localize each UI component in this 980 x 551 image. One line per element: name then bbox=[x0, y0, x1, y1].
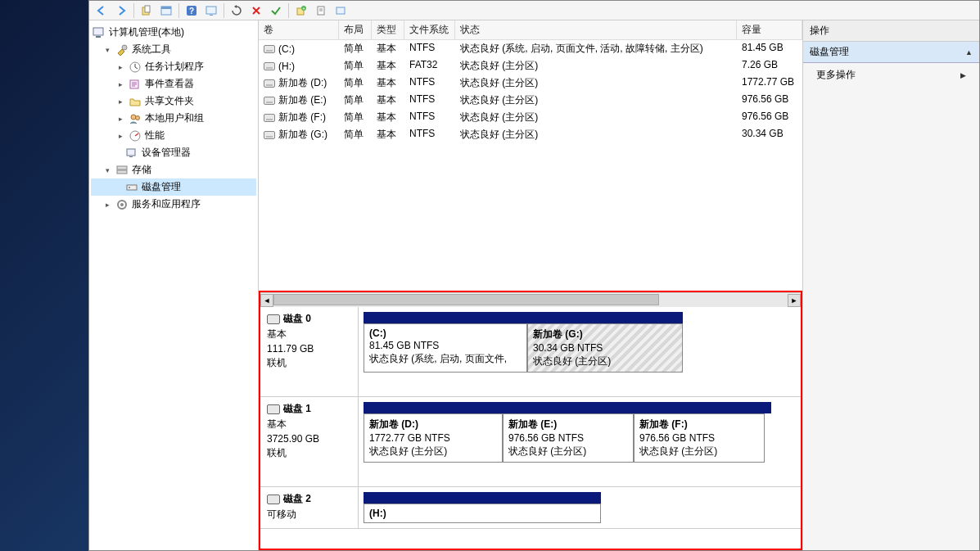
tools-icon bbox=[115, 43, 129, 56]
disk-1-state: 联机 bbox=[267, 446, 351, 460]
volume-row[interactable]: 新加卷 (F:)简单基本NTFS状态良好 (主分区)976.56 GB bbox=[259, 109, 802, 126]
drive-icon bbox=[264, 62, 275, 70]
navigation-tree[interactable]: 计算机管理(本地) ▾ 系统工具 ▸ 任务计划程序 ▸ 事件查看器 bbox=[89, 20, 259, 550]
attach-icon[interactable] bbox=[312, 2, 330, 19]
expander-icon[interactable]: ▸ bbox=[115, 79, 125, 89]
disk-mgmt-icon bbox=[125, 181, 138, 194]
partition[interactable]: (C:)81.45 GB NTFS状态良好 (系统, 启动, 页面文件, bbox=[364, 323, 527, 373]
expander-icon[interactable]: ▾ bbox=[102, 165, 112, 175]
tree-disk-management[interactable]: 磁盘管理 bbox=[91, 178, 256, 196]
actions-more[interactable]: 更多操作 ▶ bbox=[803, 63, 979, 87]
disk-icon bbox=[267, 314, 280, 324]
volume-list: 卷 布局 类型 文件系统 状态 容量 (C:)简单基本NTFS状态良好 (系统,… bbox=[259, 20, 802, 291]
forward-button[interactable] bbox=[112, 2, 130, 19]
drive-icon bbox=[264, 97, 275, 105]
computer-management-window: ? + 计算机管理(本地) ▾ 系统工具 ▸ bbox=[88, 0, 980, 551]
disk-1-partitions: 新加卷 (D:)1772.77 GB NTFS状态良好 (主分区)新加卷 (E:… bbox=[359, 397, 801, 486]
refresh-icon[interactable] bbox=[228, 2, 246, 19]
tree-local-users[interactable]: ▸ 本地用户和组 bbox=[91, 110, 256, 127]
tree-device-manager[interactable]: 设备管理器 bbox=[91, 144, 256, 161]
horizontal-scrollbar[interactable]: ◄ ► bbox=[260, 292, 801, 307]
disk-2-info: 磁盘 2 可移动 bbox=[260, 487, 359, 528]
expander-icon[interactable]: ▾ bbox=[102, 45, 112, 55]
collapse-icon[interactable]: ▲ bbox=[965, 48, 973, 56]
detach-icon[interactable] bbox=[332, 2, 350, 19]
disk-0-info: 磁盘 0 基本 111.79 GB 联机 bbox=[260, 307, 359, 396]
partition[interactable]: 新加卷 (F:)976.56 GB NTFS状态良好 (主分区) bbox=[634, 413, 765, 463]
new-volume-icon[interactable]: + bbox=[292, 2, 310, 19]
volume-rows[interactable]: (C:)简单基本NTFS状态良好 (系统, 启动, 页面文件, 活动, 故障转储… bbox=[259, 40, 802, 291]
svg-rect-22 bbox=[129, 156, 133, 157]
partition[interactable]: 新加卷 (G:)30.34 GB NTFS状态良好 (主分区) bbox=[527, 323, 683, 373]
disk-1-info: 磁盘 1 基本 3725.90 GB 联机 bbox=[260, 397, 359, 486]
tree-system-tools[interactable]: ▾ 系统工具 bbox=[91, 41, 256, 58]
disk-2-block[interactable]: 磁盘 2 可移动 (H:) bbox=[260, 487, 801, 529]
tree-event-viewer-label: 事件查看器 bbox=[145, 77, 194, 91]
volume-row[interactable]: 新加卷 (E:)简单基本NTFS状态良好 (主分区)976.56 GB bbox=[259, 92, 802, 109]
tree-task-scheduler-label: 任务计划程序 bbox=[145, 60, 204, 74]
disk-icon bbox=[267, 404, 280, 414]
back-button[interactable] bbox=[93, 2, 111, 19]
paste-icon[interactable] bbox=[138, 2, 156, 19]
svg-point-28 bbox=[120, 203, 124, 206]
main-content: 卷 布局 类型 文件系统 状态 容量 (C:)简单基本NTFS状态良好 (系统,… bbox=[259, 20, 803, 550]
tree-services-apps[interactable]: ▸ 服务和应用程序 bbox=[91, 196, 256, 213]
expander-icon[interactable]: ▸ bbox=[115, 62, 125, 72]
volume-row[interactable]: (C:)简单基本NTFS状态良好 (系统, 启动, 页面文件, 活动, 故障转储… bbox=[259, 40, 802, 57]
volume-list-header[interactable]: 卷 布局 类型 文件系统 状态 容量 bbox=[259, 20, 802, 40]
svg-rect-21 bbox=[127, 149, 135, 156]
tree-performance[interactable]: ▸ 性能 bbox=[91, 127, 256, 144]
col-fs[interactable]: 文件系统 bbox=[404, 20, 455, 39]
monitor-icon[interactable] bbox=[202, 2, 220, 19]
svg-rect-24 bbox=[117, 170, 127, 174]
svg-text:+: + bbox=[302, 6, 305, 11]
tree-shared-folders-label: 共享文件夹 bbox=[145, 94, 194, 108]
partition[interactable]: (H:) bbox=[364, 504, 601, 523]
col-volume[interactable]: 卷 bbox=[259, 20, 339, 39]
volume-row[interactable]: 新加卷 (D:)简单基本NTFS状态良好 (主分区)1772.77 GB bbox=[259, 75, 802, 92]
expander-icon[interactable]: ▸ bbox=[102, 200, 112, 210]
tree-system-tools-label: 系统工具 bbox=[132, 43, 171, 56]
folder-share-icon bbox=[129, 95, 142, 108]
col-layout[interactable]: 布局 bbox=[339, 20, 372, 39]
col-capacity[interactable]: 容量 bbox=[737, 20, 802, 39]
expander-icon[interactable]: ▸ bbox=[115, 131, 125, 141]
svg-rect-23 bbox=[117, 166, 127, 169]
properties-icon[interactable] bbox=[157, 2, 175, 19]
svg-point-18 bbox=[131, 115, 136, 120]
svg-rect-6 bbox=[206, 7, 216, 14]
tree-shared-folders[interactable]: ▸ 共享文件夹 bbox=[91, 93, 256, 110]
disk-0-block[interactable]: 磁盘 0 基本 111.79 GB 联机 (C:)81.45 GB NTFS状态… bbox=[260, 307, 801, 397]
svg-rect-14 bbox=[96, 36, 101, 38]
expander-icon[interactable]: ▸ bbox=[115, 114, 125, 124]
col-status[interactable]: 状态 bbox=[455, 20, 737, 39]
delete-icon[interactable] bbox=[247, 2, 265, 19]
tree-storage[interactable]: ▾ 存储 bbox=[91, 161, 256, 178]
svg-rect-25 bbox=[127, 185, 137, 190]
expander-icon[interactable]: ▸ bbox=[115, 97, 125, 106]
check-icon[interactable] bbox=[267, 2, 285, 19]
drive-icon bbox=[264, 114, 275, 122]
col-type[interactable]: 类型 bbox=[372, 20, 404, 39]
disk-1-block[interactable]: 磁盘 1 基本 3725.90 GB 联机 新加卷 (D:)1772.77 GB… bbox=[260, 397, 801, 487]
disk-0-title: 磁盘 0 bbox=[283, 312, 311, 326]
volume-row[interactable]: 新加卷 (G:)简单基本NTFS状态良好 (主分区)30.34 GB bbox=[259, 126, 802, 143]
tree-event-viewer[interactable]: ▸ 事件查看器 bbox=[91, 75, 256, 93]
partition[interactable]: 新加卷 (D:)1772.77 GB NTFS状态良好 (主分区) bbox=[364, 413, 503, 463]
actions-category[interactable]: 磁盘管理 ▲ bbox=[803, 42, 979, 63]
disk-1-size: 3725.90 GB bbox=[267, 433, 351, 445]
help-icon[interactable]: ? bbox=[183, 2, 201, 19]
volume-row[interactable]: (H:)简单基本FAT32状态良好 (主分区)7.26 GB bbox=[259, 57, 802, 75]
svg-rect-3 bbox=[161, 7, 171, 9]
scroll-right-icon[interactable]: ► bbox=[788, 294, 801, 307]
scroll-left-icon[interactable]: ◄ bbox=[260, 294, 273, 307]
svg-rect-12 bbox=[336, 7, 345, 14]
partition[interactable]: 新加卷 (E:)976.56 GB NTFS状态良好 (主分区) bbox=[503, 413, 634, 463]
disk-0-partitions: (C:)81.45 GB NTFS状态良好 (系统, 启动, 页面文件, 新加卷… bbox=[359, 307, 801, 396]
tree-task-scheduler[interactable]: ▸ 任务计划程序 bbox=[91, 58, 256, 75]
toolbar: ? + bbox=[89, 1, 979, 20]
drive-icon bbox=[264, 45, 275, 53]
services-icon bbox=[115, 198, 129, 211]
tree-root[interactable]: 计算机管理(本地) bbox=[91, 24, 256, 41]
drive-icon bbox=[264, 79, 275, 88]
